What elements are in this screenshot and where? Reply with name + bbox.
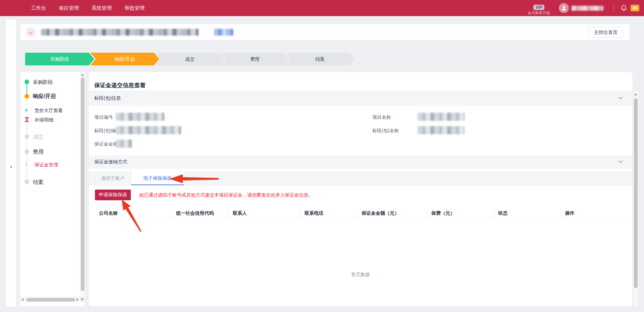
dot-fees bbox=[24, 149, 29, 154]
field-value-deposit-amount-redacted bbox=[116, 140, 132, 148]
page-header-card: ← 主控台首页 bbox=[20, 24, 630, 40]
section-lot-info-header[interactable]: 标段(包)信息 bbox=[89, 91, 632, 106]
field-label-deposit-amount: 保证金金额 bbox=[94, 140, 118, 148]
sidebar-item-response-open[interactable]: 响应/开启 bbox=[33, 93, 56, 100]
guarantee-table-header: 公司名称 统一社会信用代码 联系人 联系电话 保证金金额（元） 保费（元） 状态… bbox=[95, 208, 626, 219]
notification-count-badge[interactable]: 46 bbox=[631, 5, 639, 11]
field-label-project-name: 项目名称 bbox=[372, 113, 391, 121]
chevron-down-icon[interactable] bbox=[618, 96, 623, 100]
tab-virtual-sub-account[interactable]: 虚拟子账户 bbox=[95, 171, 131, 185]
divider bbox=[613, 4, 614, 12]
field-label-project-number: 项目编号 bbox=[94, 113, 113, 121]
step-closure[interactable]: 结案 bbox=[285, 53, 355, 65]
apply-insurance-letter-button[interactable]: 申请保险保函 bbox=[95, 190, 131, 200]
top-navbar: 工作台 项目管理 系统管理 审批管理 VIP 会员服务升级 46 bbox=[0, 0, 644, 16]
scrollbar-thumb[interactable] bbox=[634, 98, 638, 288]
username-redacted[interactable] bbox=[572, 6, 603, 11]
hourglass-icon bbox=[24, 117, 30, 122]
step-response-open[interactable]: 响应/开启 bbox=[90, 53, 159, 65]
tab-electronic-insurance-letter[interactable]: 电子保险保函 bbox=[131, 171, 184, 185]
notification-bell-icon[interactable] bbox=[621, 4, 627, 12]
page-title: 保证金递交信息查看 bbox=[94, 82, 146, 89]
main-nav: 工作台 项目管理 系统管理 审批管理 bbox=[31, 5, 145, 11]
sidebar-item-deposit-management[interactable]: 保证金管理 bbox=[35, 162, 58, 168]
back-button[interactable]: ← bbox=[26, 28, 36, 37]
column-status: 状态 bbox=[494, 208, 561, 218]
field-value-lot-number-redacted bbox=[116, 126, 181, 134]
sidebar-item-fill-details[interactable]: 补填明细 bbox=[35, 117, 53, 123]
back-arrow-icon: ← bbox=[28, 29, 34, 35]
sidebar-horizontal-scrollbar[interactable] bbox=[20, 297, 80, 302]
chevron-down-icon[interactable] bbox=[618, 160, 623, 163]
dot-response-open bbox=[24, 94, 29, 99]
column-contact-phone: 联系电话 bbox=[301, 208, 358, 218]
main-vertical-scrollbar[interactable] bbox=[633, 92, 638, 306]
scrollbar-thumb[interactable] bbox=[81, 77, 85, 291]
column-deposit-amount: 保证金金额（元） bbox=[358, 208, 427, 218]
column-company-name: 公司名称 bbox=[95, 208, 172, 218]
sidebar-item-closure[interactable]: 结案 bbox=[33, 179, 44, 186]
nav-item-project-management[interactable]: 项目管理 bbox=[59, 5, 79, 11]
field-value-project-name-redacted bbox=[418, 113, 465, 121]
nav-item-system-management[interactable]: 系统管理 bbox=[92, 5, 112, 11]
sidebar-item-procurement-stage[interactable]: 采购阶段 bbox=[33, 79, 53, 86]
page-title-redacted bbox=[41, 29, 199, 36]
console-home-button[interactable]: 主控台首页 bbox=[589, 27, 623, 38]
sidebar-scroll-corner[interactable] bbox=[80, 297, 85, 302]
vip-upgrade[interactable]: VIP 会员服务升级 bbox=[528, 4, 550, 15]
field-value-project-number-redacted bbox=[116, 113, 164, 121]
column-credit-code: 统一社会信用代码 bbox=[172, 208, 229, 218]
column-premium: 保费（元） bbox=[427, 208, 494, 218]
dot-closure bbox=[24, 179, 29, 184]
vip-icon: VIP bbox=[533, 5, 544, 10]
column-actions: 操作 bbox=[561, 208, 626, 218]
column-contact-person: 联系人 bbox=[229, 208, 301, 218]
dot-deal bbox=[24, 134, 29, 139]
ring-bidding-hall bbox=[25, 109, 28, 111]
process-steps: 采购阶段 响应/开启 成交 费用 结案 bbox=[25, 53, 355, 65]
step-deal[interactable]: 成交 bbox=[155, 53, 224, 65]
section-title: 标段(包)信息 bbox=[94, 91, 121, 106]
collapsed-side-panel: › bbox=[6, 19, 16, 307]
person-icon bbox=[561, 5, 567, 11]
user-avatar[interactable] bbox=[559, 3, 569, 13]
expand-panel-button[interactable]: › bbox=[6, 164, 16, 169]
step-fees[interactable]: 费用 bbox=[220, 53, 289, 65]
field-value-lot-name-redacted bbox=[418, 126, 465, 134]
sidebar-item-deal[interactable]: 成交 bbox=[33, 134, 44, 141]
main-content-panel: 保证金递交信息查看 标段(包)信息 项目编号 项目名称 标段(包)编号 标段(包… bbox=[89, 72, 632, 306]
sidebar-vertical-scrollbar[interactable] bbox=[80, 72, 85, 297]
dot-procurement-stage bbox=[24, 80, 29, 84]
vip-caption: 会员服务升级 bbox=[528, 10, 550, 15]
sidebar-item-fees[interactable]: 费用 bbox=[33, 149, 44, 156]
field-label-lot-name: 标段(包)名称 bbox=[372, 127, 399, 134]
stage-sidebar: 采购阶段 响应/开启 竞价大厅查看 补填明细 成交 费用 保证金管理 结案 bbox=[20, 72, 85, 306]
payment-tabs: 虚拟子账户 电子保险保函 bbox=[89, 171, 632, 185]
scroll-left-icon[interactable] bbox=[21, 298, 23, 301]
status-tag-redacted bbox=[214, 29, 233, 36]
scrollbar-thumb[interactable] bbox=[26, 298, 75, 302]
scroll-up-icon[interactable] bbox=[81, 74, 84, 76]
scroll-down-icon[interactable] bbox=[81, 299, 84, 301]
section-payment-method-header[interactable]: 保证金缴纳方式 bbox=[89, 155, 632, 169]
scroll-up-icon[interactable] bbox=[634, 93, 637, 95]
timeline-connector-gray bbox=[26, 99, 27, 183]
section-title: 保证金缴纳方式 bbox=[94, 155, 127, 169]
nav-item-workbench[interactable]: 工作台 bbox=[31, 5, 46, 11]
duplicate-deposit-warning: 如已通过虚拟子账号或其他方式递交本项目保证金，请勿重复在此录入保证金信息。 bbox=[139, 190, 313, 200]
nav-item-approval-management[interactable]: 审批管理 bbox=[124, 5, 145, 11]
scroll-right-icon[interactable] bbox=[76, 298, 78, 301]
step-procurement-stage[interactable]: 采购阶段 bbox=[25, 53, 94, 65]
sidebar-item-bidding-hall[interactable]: 竞价大厅查看 bbox=[35, 108, 63, 114]
ring-deposit-management bbox=[25, 163, 28, 166]
empty-table-message: 暂无数据 bbox=[95, 272, 626, 278]
